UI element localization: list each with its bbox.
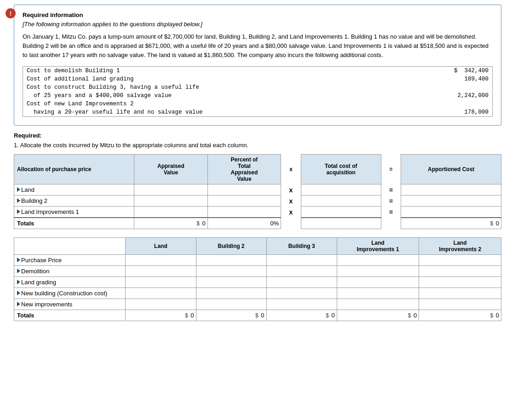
second-b2-purchase-input[interactable] xyxy=(198,257,264,264)
second-land-newbuilding-input[interactable] xyxy=(127,290,194,297)
second-table: Land Building 2 Building 3 LandImproveme… xyxy=(14,237,501,321)
alloc-apportioned-b2-input[interactable] xyxy=(403,198,499,204)
second-land-grading[interactable] xyxy=(126,277,196,288)
second-b2-demolition-input[interactable] xyxy=(198,268,264,275)
second-header-b2: Building 2 xyxy=(196,238,266,255)
second-land-newimprovements-input[interactable] xyxy=(127,301,194,308)
second-li1-demolition-input[interactable] xyxy=(339,268,417,275)
alloc-percent-li1[interactable] xyxy=(207,207,281,218)
second-b3-grading-input[interactable] xyxy=(269,279,335,286)
alloc-header-eq: = xyxy=(381,155,401,184)
second-li2-newimprovements[interactable] xyxy=(419,299,501,310)
second-land-newimprovements[interactable] xyxy=(126,299,196,310)
second-b2-purchase[interactable] xyxy=(196,255,266,266)
alloc-percent-land[interactable] xyxy=(207,184,281,196)
alloc-header-apportioned: Apportioned Cost xyxy=(401,155,501,184)
dollar-b3-totals: $ xyxy=(326,312,329,319)
second-land-grading-input[interactable] xyxy=(127,279,194,286)
second-li2-newbuilding[interactable] xyxy=(419,288,501,299)
second-land-purchase[interactable] xyxy=(126,255,196,266)
alloc-appraised-li1-input[interactable] xyxy=(136,209,206,215)
second-land-demolition-input[interactable] xyxy=(127,268,194,275)
second-li1-newimprovements-input[interactable] xyxy=(339,301,417,308)
second-b3-newbuilding[interactable] xyxy=(266,288,337,299)
second-li2-demolition[interactable] xyxy=(419,266,501,277)
second-li1-purchase-input[interactable] xyxy=(339,257,417,264)
second-li1-grading-input[interactable] xyxy=(339,279,417,286)
second-land-purchase-input[interactable] xyxy=(127,257,194,264)
second-land-newbuilding[interactable] xyxy=(126,288,196,299)
alloc-appraised-b2-input[interactable] xyxy=(136,198,206,204)
second-b3-newimprovements-input[interactable] xyxy=(269,301,335,308)
alloc-percent-b2[interactable] xyxy=(207,196,281,207)
alloc-row-totals: Totals $ 0 0% $ 0 xyxy=(14,218,501,229)
alloc-appraised-li1[interactable] xyxy=(134,207,208,218)
second-li2-newimprovements-input[interactable] xyxy=(421,301,499,308)
second-b3-demolition[interactable] xyxy=(266,266,337,277)
second-li2-grading-input[interactable] xyxy=(421,279,499,286)
second-li1-newbuilding[interactable] xyxy=(337,288,419,299)
alloc-appraised-b2[interactable] xyxy=(134,196,208,207)
alloc-totalcost-totals xyxy=(301,218,381,229)
alloc-totalcost-b2[interactable] xyxy=(301,196,381,207)
alloc-row-land: Land x = xyxy=(14,184,501,196)
second-b2-newbuilding-input[interactable] xyxy=(198,290,264,297)
second-b3-purchase-input[interactable] xyxy=(269,257,335,264)
alloc-apportioned-land-input[interactable] xyxy=(403,187,499,193)
second-li1-purchase[interactable] xyxy=(337,255,419,266)
second-header-label xyxy=(14,238,126,255)
second-li2-purchase[interactable] xyxy=(419,255,501,266)
alloc-eq-b2: = xyxy=(381,196,401,207)
alloc-totalcost-li1[interactable] xyxy=(301,207,381,218)
alloc-appraised-totals-value: 0 xyxy=(202,220,205,227)
alloc-apportioned-land[interactable] xyxy=(401,184,501,196)
second-label-newbuilding: New building (Construction cost) xyxy=(14,288,126,299)
alloc-label-li1: Land Improvements 1 xyxy=(14,207,134,218)
second-b2-grading-input[interactable] xyxy=(198,279,264,286)
second-b3-grading[interactable] xyxy=(266,277,337,288)
alloc-percent-land-input[interactable] xyxy=(210,187,279,193)
alloc-totalcost-land-input[interactable] xyxy=(303,187,379,193)
second-header-land: Land xyxy=(126,238,196,255)
cost-row-3: Cost to construct Building 3, having a u… xyxy=(23,83,493,92)
second-label-totals: Totals xyxy=(14,310,126,321)
dollar-b2-totals: $ xyxy=(255,312,259,319)
alloc-eq-li1: = xyxy=(381,207,401,218)
second-li1-demolition[interactable] xyxy=(337,266,419,277)
cost-row-6: having a 20-year useful life and no salv… xyxy=(23,108,493,117)
second-li2-newbuilding-input[interactable] xyxy=(421,290,499,297)
second-b2-newbuilding[interactable] xyxy=(196,288,266,299)
second-land-demolition[interactable] xyxy=(126,266,196,277)
alloc-apportioned-li1-input[interactable] xyxy=(403,209,499,215)
second-li1-newimprovements[interactable] xyxy=(337,299,419,310)
second-li2-purchase-input[interactable] xyxy=(421,257,499,264)
second-b3-newbuilding-input[interactable] xyxy=(269,290,335,297)
alloc-percent-totals-value: 0% xyxy=(270,220,279,227)
alloc-apportioned-b2[interactable] xyxy=(401,196,501,207)
second-li2-grading[interactable] xyxy=(419,277,501,288)
required-info-box: Required information [The following info… xyxy=(14,5,501,126)
second-li1-newbuilding-input[interactable] xyxy=(339,290,417,297)
second-b3-newimprovements[interactable] xyxy=(266,299,337,310)
second-b3-demolition-input[interactable] xyxy=(269,268,335,275)
second-b2-demolition[interactable] xyxy=(196,266,266,277)
alloc-appraised-land-input[interactable] xyxy=(136,187,206,193)
cost-amount-4: 2,242,000 xyxy=(405,92,492,100)
second-b2-newimprovements-input[interactable] xyxy=(198,301,264,308)
second-li1-grading[interactable] xyxy=(337,277,419,288)
second-b3-purchase[interactable] xyxy=(266,255,337,266)
alloc-eq-land: = xyxy=(381,184,401,196)
cost-amount-2: 189,400 xyxy=(405,75,492,83)
alloc-totalcost-b2-input[interactable] xyxy=(303,198,379,204)
second-row-demolition: Demolition xyxy=(14,266,501,277)
second-li2-demolition-input[interactable] xyxy=(421,268,499,275)
alloc-totalcost-li1-input[interactable] xyxy=(303,209,379,215)
alloc-appraised-land[interactable] xyxy=(134,184,208,196)
second-b2-grading[interactable] xyxy=(196,277,266,288)
alloc-percent-b2-input[interactable] xyxy=(210,198,279,204)
alloc-apportioned-li1[interactable] xyxy=(401,207,501,218)
alloc-percent-li1-input[interactable] xyxy=(210,209,279,215)
second-b2-newimprovements[interactable] xyxy=(196,299,266,310)
alloc-totalcost-land[interactable] xyxy=(301,184,381,196)
alloc-eq-totals xyxy=(381,218,401,229)
